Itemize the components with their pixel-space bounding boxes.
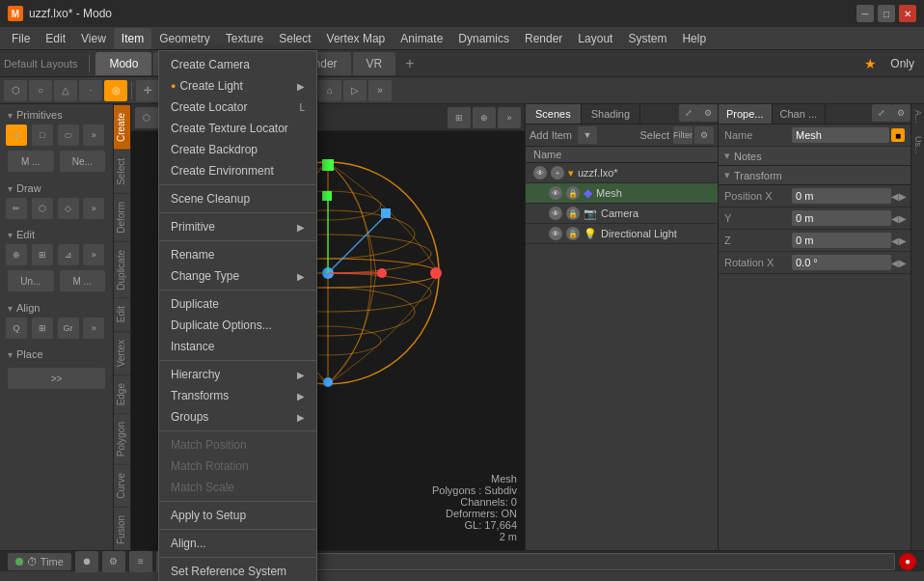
vp-snap[interactable]: ⊕ — [473, 107, 496, 128]
tool-new[interactable]: Ne... — [60, 151, 106, 172]
tb-move[interactable]: ✛ — [136, 80, 159, 101]
anim-btn-2[interactable]: ⚙ — [102, 551, 125, 572]
label-edit[interactable]: Edit — [114, 297, 130, 330]
props-settings[interactable]: ⚙ — [891, 104, 910, 122]
dd-duplicate-options[interactable]: Duplicate Options... — [159, 315, 316, 336]
eye-icon-cam[interactable]: 👁 — [549, 207, 562, 220]
align-gr[interactable]: Gr — [58, 318, 79, 339]
tool-cube[interactable]: □ — [32, 124, 53, 146]
label-create[interactable]: Create — [114, 104, 130, 150]
tool-un[interactable]: Un... — [8, 270, 54, 291]
dd-scene-cleanup[interactable]: Scene Cleanup — [159, 188, 316, 209]
time-button[interactable]: ⏱ Time — [8, 553, 71, 570]
dd-groups[interactable]: Groups ▶ — [159, 406, 316, 428]
edit-3[interactable]: ⊿ — [58, 244, 79, 265]
tb-sphere[interactable]: ○ — [29, 80, 52, 101]
eye-icon-root[interactable]: 👁 — [533, 166, 547, 180]
eye-icon-dlight[interactable]: 👁 — [549, 227, 562, 240]
scene-item-mesh[interactable]: 👁 🔒 ◆ Mesh — [526, 183, 718, 204]
menu-animate[interactable]: Animate — [393, 28, 450, 49]
scene-item-root[interactable]: 👁 + ▾ uzzf.lxo* — [526, 163, 718, 183]
rv-us[interactable]: Us... — [911, 130, 924, 161]
dd-create-texture-locator[interactable]: Create Texture Locator — [159, 118, 316, 139]
label-select[interactable]: Select — [114, 150, 130, 193]
tool-cyl[interactable]: ⬭ — [58, 124, 79, 146]
axis-handle-y[interactable] — [322, 191, 332, 201]
menu-edit[interactable]: Edit — [38, 28, 73, 49]
bottom-handle[interactable] — [323, 377, 333, 387]
tool-more[interactable]: » — [83, 124, 104, 146]
lock-icon-mesh[interactable]: 🔒 — [566, 186, 580, 200]
tool-m2[interactable]: M ... — [60, 270, 106, 291]
pos-x-value[interactable]: 0 m — [792, 188, 891, 204]
pos-x-arrow[interactable]: ◀▶ — [891, 191, 905, 202]
tb-tri[interactable]: △ — [54, 80, 77, 101]
edit-2[interactable]: ⊞ — [32, 244, 53, 265]
chan-tab[interactable]: Chan ... — [773, 104, 827, 124]
shading-tab[interactable]: Shading — [582, 104, 640, 124]
more-tools-btn[interactable]: >> — [8, 368, 106, 389]
dd-create-camera[interactable]: Create Camera — [159, 54, 316, 75]
menu-layout[interactable]: Layout — [570, 28, 620, 49]
menu-vertex-map[interactable]: Vertex Map — [319, 28, 394, 49]
tab-only[interactable]: Only — [884, 55, 920, 72]
lock-icon-cam[interactable]: 🔒 — [566, 207, 580, 220]
tab-star[interactable]: ★ — [858, 56, 883, 71]
pos-z-value[interactable]: 0 m — [792, 233, 891, 248]
filter-btn[interactable]: Filter — [673, 126, 693, 144]
vp-shaded[interactable]: ⬡ — [135, 107, 158, 128]
eye-icon-mesh[interactable]: 👁 — [549, 186, 562, 200]
scenes-expand[interactable]: ⤢ — [679, 104, 698, 122]
anim-btn-3[interactable]: ≡ — [129, 551, 152, 572]
tb-action[interactable]: ▷ — [343, 80, 367, 101]
draw-3[interactable]: ◇ — [58, 198, 79, 219]
dd-primitive[interactable]: Primitive ▶ — [159, 216, 316, 237]
tb-cube[interactable]: ⬡ — [4, 80, 27, 101]
label-vertex[interactable]: Vertex — [114, 331, 130, 374]
dd-align[interactable]: Align... — [159, 533, 316, 554]
vp-more[interactable]: » — [498, 107, 521, 128]
name-color-swatch[interactable]: ■ — [891, 128, 905, 142]
tool-m[interactable]: M ... — [8, 151, 54, 172]
scenes-tab[interactable]: Scenes — [526, 104, 582, 124]
menu-file[interactable]: File — [4, 28, 38, 49]
menu-render[interactable]: Render — [517, 28, 570, 49]
minimize-button[interactable]: ─ — [856, 5, 874, 22]
label-deform[interactable]: Deform — [114, 193, 130, 241]
right-handle[interactable] — [430, 267, 442, 279]
anim-btn-1[interactable]: ⏺ — [75, 551, 98, 572]
dd-change-type[interactable]: Change Type ▶ — [159, 265, 316, 287]
lock-icon-dlight[interactable]: 🔒 — [566, 227, 580, 240]
label-duplicate[interactable]: Duplicate — [114, 241, 130, 298]
pos-z-arrow[interactable]: ◀▶ — [891, 235, 905, 246]
maximize-button[interactable]: □ — [878, 5, 895, 22]
label-edge[interactable]: Edge — [114, 374, 130, 413]
top-handle[interactable] — [322, 159, 334, 171]
command-go-button[interactable]: ● — [899, 553, 916, 570]
eye2-icon-root[interactable]: + — [551, 166, 564, 180]
add-item-btn[interactable]: ▼ — [578, 126, 597, 144]
tb-vert[interactable]: · — [79, 80, 102, 101]
menu-texture[interactable]: Texture — [218, 28, 271, 49]
tb-active[interactable]: ◎ — [104, 80, 127, 101]
label-curve[interactable]: Curve — [114, 464, 130, 507]
menu-item[interactable]: Item — [114, 28, 151, 49]
tab-add-button[interactable]: + — [397, 53, 421, 74]
props-tab[interactable]: Prope... — [719, 104, 773, 124]
dd-set-reference-system[interactable]: Set Reference System — [159, 561, 316, 581]
tb-fall[interactable]: ⌂ — [318, 80, 341, 101]
props-expand[interactable]: ⤢ — [872, 104, 891, 122]
rot-x-value[interactable]: 0.0 ° — [792, 255, 891, 270]
menu-view[interactable]: View — [73, 28, 114, 49]
draw-pen[interactable]: ✏ — [6, 198, 27, 219]
scenes-gear[interactable]: ⚙ — [694, 126, 714, 144]
edit-1[interactable]: ⊕ — [6, 244, 27, 265]
tool-sphere[interactable]: ● — [6, 124, 27, 146]
align-2[interactable]: ⊞ — [32, 318, 53, 339]
edit-4[interactable]: » — [83, 244, 104, 265]
scene-item-dlight[interactable]: 👁 🔒 💡 Directional Light — [526, 224, 718, 244]
menu-geometry[interactable]: Geometry — [151, 28, 218, 49]
tb-extra[interactable]: » — [368, 80, 392, 101]
label-fusion[interactable]: Fusion — [114, 507, 130, 550]
menu-select[interactable]: Select — [271, 28, 318, 49]
